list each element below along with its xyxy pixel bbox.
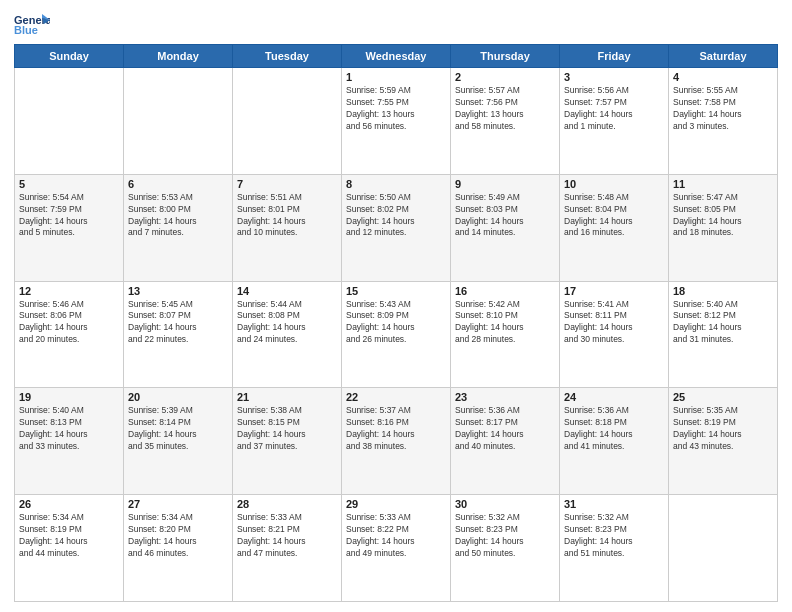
calendar-cell: 3Sunrise: 5:56 AM Sunset: 7:57 PM Daylig… xyxy=(560,68,669,175)
calendar-cell: 15Sunrise: 5:43 AM Sunset: 8:09 PM Dayli… xyxy=(342,281,451,388)
day-info: Sunrise: 5:32 AM Sunset: 8:23 PM Dayligh… xyxy=(564,512,664,560)
day-number: 8 xyxy=(346,178,446,190)
day-number: 11 xyxy=(673,178,773,190)
day-info: Sunrise: 5:41 AM Sunset: 8:11 PM Dayligh… xyxy=(564,299,664,347)
day-info: Sunrise: 5:33 AM Sunset: 8:22 PM Dayligh… xyxy=(346,512,446,560)
weekday-header-sunday: Sunday xyxy=(15,45,124,68)
calendar-cell: 4Sunrise: 5:55 AM Sunset: 7:58 PM Daylig… xyxy=(669,68,778,175)
day-info: Sunrise: 5:48 AM Sunset: 8:04 PM Dayligh… xyxy=(564,192,664,240)
day-info: Sunrise: 5:38 AM Sunset: 8:15 PM Dayligh… xyxy=(237,405,337,453)
day-number: 9 xyxy=(455,178,555,190)
day-number: 18 xyxy=(673,285,773,297)
calendar-cell: 8Sunrise: 5:50 AM Sunset: 8:02 PM Daylig… xyxy=(342,174,451,281)
day-info: Sunrise: 5:40 AM Sunset: 8:13 PM Dayligh… xyxy=(19,405,119,453)
day-info: Sunrise: 5:39 AM Sunset: 8:14 PM Dayligh… xyxy=(128,405,228,453)
day-info: Sunrise: 5:59 AM Sunset: 7:55 PM Dayligh… xyxy=(346,85,446,133)
calendar-cell: 10Sunrise: 5:48 AM Sunset: 8:04 PM Dayli… xyxy=(560,174,669,281)
day-number: 26 xyxy=(19,498,119,510)
day-number: 24 xyxy=(564,391,664,403)
calendar-cell: 19Sunrise: 5:40 AM Sunset: 8:13 PM Dayli… xyxy=(15,388,124,495)
weekday-header-thursday: Thursday xyxy=(451,45,560,68)
day-number: 25 xyxy=(673,391,773,403)
calendar-cell: 5Sunrise: 5:54 AM Sunset: 7:59 PM Daylig… xyxy=(15,174,124,281)
day-number: 31 xyxy=(564,498,664,510)
day-info: Sunrise: 5:56 AM Sunset: 7:57 PM Dayligh… xyxy=(564,85,664,133)
day-number: 29 xyxy=(346,498,446,510)
calendar-cell: 17Sunrise: 5:41 AM Sunset: 8:11 PM Dayli… xyxy=(560,281,669,388)
logo-icon: General Blue xyxy=(14,10,50,38)
calendar-row-4: 26Sunrise: 5:34 AM Sunset: 8:19 PM Dayli… xyxy=(15,495,778,602)
day-info: Sunrise: 5:54 AM Sunset: 7:59 PM Dayligh… xyxy=(19,192,119,240)
day-info: Sunrise: 5:34 AM Sunset: 8:20 PM Dayligh… xyxy=(128,512,228,560)
logo: General Blue xyxy=(14,10,50,38)
day-info: Sunrise: 5:50 AM Sunset: 8:02 PM Dayligh… xyxy=(346,192,446,240)
day-info: Sunrise: 5:49 AM Sunset: 8:03 PM Dayligh… xyxy=(455,192,555,240)
calendar-cell: 18Sunrise: 5:40 AM Sunset: 8:12 PM Dayli… xyxy=(669,281,778,388)
day-info: Sunrise: 5:55 AM Sunset: 7:58 PM Dayligh… xyxy=(673,85,773,133)
day-number: 16 xyxy=(455,285,555,297)
weekday-header-row: SundayMondayTuesdayWednesdayThursdayFrid… xyxy=(15,45,778,68)
weekday-header-monday: Monday xyxy=(124,45,233,68)
day-number: 15 xyxy=(346,285,446,297)
day-number: 17 xyxy=(564,285,664,297)
day-number: 13 xyxy=(128,285,228,297)
day-number: 20 xyxy=(128,391,228,403)
calendar-cell xyxy=(233,68,342,175)
header: General Blue xyxy=(14,10,778,38)
day-info: Sunrise: 5:45 AM Sunset: 8:07 PM Dayligh… xyxy=(128,299,228,347)
day-number: 30 xyxy=(455,498,555,510)
day-number: 22 xyxy=(346,391,446,403)
calendar-cell: 16Sunrise: 5:42 AM Sunset: 8:10 PM Dayli… xyxy=(451,281,560,388)
calendar-cell: 11Sunrise: 5:47 AM Sunset: 8:05 PM Dayli… xyxy=(669,174,778,281)
day-info: Sunrise: 5:57 AM Sunset: 7:56 PM Dayligh… xyxy=(455,85,555,133)
calendar-row-2: 12Sunrise: 5:46 AM Sunset: 8:06 PM Dayli… xyxy=(15,281,778,388)
calendar-cell: 26Sunrise: 5:34 AM Sunset: 8:19 PM Dayli… xyxy=(15,495,124,602)
calendar-cell: 24Sunrise: 5:36 AM Sunset: 8:18 PM Dayli… xyxy=(560,388,669,495)
day-number: 14 xyxy=(237,285,337,297)
day-info: Sunrise: 5:36 AM Sunset: 8:17 PM Dayligh… xyxy=(455,405,555,453)
day-number: 28 xyxy=(237,498,337,510)
weekday-header-tuesday: Tuesday xyxy=(233,45,342,68)
day-number: 23 xyxy=(455,391,555,403)
day-info: Sunrise: 5:53 AM Sunset: 8:00 PM Dayligh… xyxy=(128,192,228,240)
calendar-cell: 6Sunrise: 5:53 AM Sunset: 8:00 PM Daylig… xyxy=(124,174,233,281)
day-info: Sunrise: 5:42 AM Sunset: 8:10 PM Dayligh… xyxy=(455,299,555,347)
day-info: Sunrise: 5:32 AM Sunset: 8:23 PM Dayligh… xyxy=(455,512,555,560)
calendar-cell: 28Sunrise: 5:33 AM Sunset: 8:21 PM Dayli… xyxy=(233,495,342,602)
day-number: 3 xyxy=(564,71,664,83)
calendar-row-1: 5Sunrise: 5:54 AM Sunset: 7:59 PM Daylig… xyxy=(15,174,778,281)
calendar-cell: 7Sunrise: 5:51 AM Sunset: 8:01 PM Daylig… xyxy=(233,174,342,281)
day-number: 6 xyxy=(128,178,228,190)
calendar-cell: 31Sunrise: 5:32 AM Sunset: 8:23 PM Dayli… xyxy=(560,495,669,602)
day-number: 19 xyxy=(19,391,119,403)
day-info: Sunrise: 5:43 AM Sunset: 8:09 PM Dayligh… xyxy=(346,299,446,347)
calendar-cell: 2Sunrise: 5:57 AM Sunset: 7:56 PM Daylig… xyxy=(451,68,560,175)
day-number: 7 xyxy=(237,178,337,190)
calendar-cell: 20Sunrise: 5:39 AM Sunset: 8:14 PM Dayli… xyxy=(124,388,233,495)
calendar-cell: 25Sunrise: 5:35 AM Sunset: 8:19 PM Dayli… xyxy=(669,388,778,495)
day-number: 4 xyxy=(673,71,773,83)
day-info: Sunrise: 5:40 AM Sunset: 8:12 PM Dayligh… xyxy=(673,299,773,347)
day-info: Sunrise: 5:37 AM Sunset: 8:16 PM Dayligh… xyxy=(346,405,446,453)
day-info: Sunrise: 5:35 AM Sunset: 8:19 PM Dayligh… xyxy=(673,405,773,453)
day-number: 1 xyxy=(346,71,446,83)
day-info: Sunrise: 5:46 AM Sunset: 8:06 PM Dayligh… xyxy=(19,299,119,347)
calendar-cell: 23Sunrise: 5:36 AM Sunset: 8:17 PM Dayli… xyxy=(451,388,560,495)
page: General Blue SundayMondayTuesdayWednesda… xyxy=(0,0,792,612)
calendar-cell xyxy=(669,495,778,602)
weekday-header-friday: Friday xyxy=(560,45,669,68)
calendar-cell xyxy=(124,68,233,175)
calendar-row-3: 19Sunrise: 5:40 AM Sunset: 8:13 PM Dayli… xyxy=(15,388,778,495)
day-info: Sunrise: 5:44 AM Sunset: 8:08 PM Dayligh… xyxy=(237,299,337,347)
day-info: Sunrise: 5:36 AM Sunset: 8:18 PM Dayligh… xyxy=(564,405,664,453)
svg-text:Blue: Blue xyxy=(14,24,38,36)
day-info: Sunrise: 5:51 AM Sunset: 8:01 PM Dayligh… xyxy=(237,192,337,240)
calendar-cell: 1Sunrise: 5:59 AM Sunset: 7:55 PM Daylig… xyxy=(342,68,451,175)
day-number: 10 xyxy=(564,178,664,190)
calendar-cell: 27Sunrise: 5:34 AM Sunset: 8:20 PM Dayli… xyxy=(124,495,233,602)
calendar-cell: 30Sunrise: 5:32 AM Sunset: 8:23 PM Dayli… xyxy=(451,495,560,602)
day-number: 12 xyxy=(19,285,119,297)
day-info: Sunrise: 5:34 AM Sunset: 8:19 PM Dayligh… xyxy=(19,512,119,560)
calendar-row-0: 1Sunrise: 5:59 AM Sunset: 7:55 PM Daylig… xyxy=(15,68,778,175)
calendar-cell: 21Sunrise: 5:38 AM Sunset: 8:15 PM Dayli… xyxy=(233,388,342,495)
